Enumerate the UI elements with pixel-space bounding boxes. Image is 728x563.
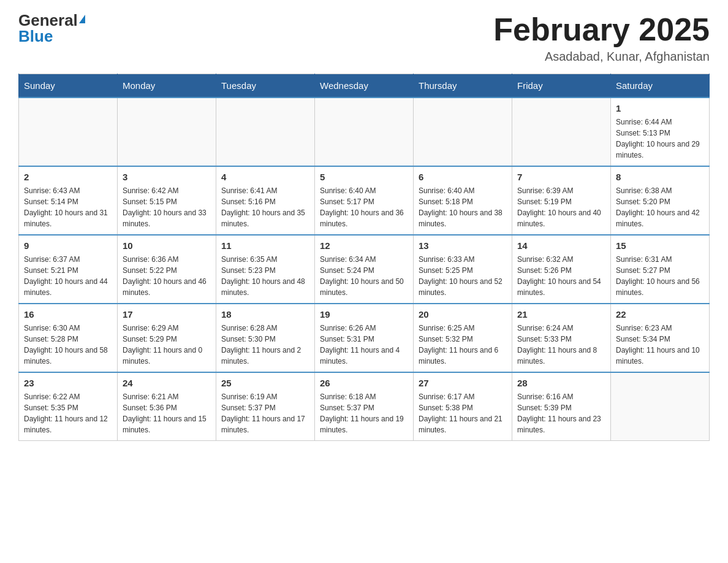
calendar-week-2: 2Sunrise: 6:43 AMSunset: 5:14 PMDaylight… <box>19 166 710 235</box>
calendar-week-4: 16Sunrise: 6:30 AMSunset: 5:28 PMDayligh… <box>19 304 710 372</box>
day-header-monday: Monday <box>118 74 216 98</box>
day-info: Sunrise: 6:16 AMSunset: 5:39 PMDaylight:… <box>517 391 605 435</box>
day-number: 9 <box>24 239 112 252</box>
logo-general-text: General <box>18 12 78 28</box>
day-number: 26 <box>320 377 408 389</box>
calendar-week-5: 23Sunrise: 6:22 AMSunset: 5:35 PMDayligh… <box>19 372 710 441</box>
calendar-cell <box>118 98 216 166</box>
day-number: 6 <box>419 170 507 183</box>
day-number: 4 <box>221 170 309 183</box>
day-number: 8 <box>616 170 704 183</box>
day-info: Sunrise: 6:29 AMSunset: 5:29 PMDaylight:… <box>123 323 211 367</box>
calendar-cell: 13Sunrise: 6:33 AMSunset: 5:25 PMDayligh… <box>414 235 512 304</box>
day-info: Sunrise: 6:41 AMSunset: 5:16 PMDaylight:… <box>221 185 309 229</box>
day-header-thursday: Thursday <box>414 74 512 98</box>
day-info: Sunrise: 6:21 AMSunset: 5:36 PMDaylight:… <box>123 391 211 435</box>
calendar-body: 1Sunrise: 6:44 AMSunset: 5:13 PMDaylight… <box>19 98 710 441</box>
calendar-cell: 7Sunrise: 6:39 AMSunset: 5:19 PMDaylight… <box>512 166 611 235</box>
page-header: General Blue February 2025 Asadabad, Kun… <box>18 12 710 64</box>
day-number: 10 <box>123 239 211 252</box>
day-info: Sunrise: 6:18 AMSunset: 5:37 PMDaylight:… <box>320 391 408 435</box>
month-title: February 2025 <box>493 12 710 47</box>
logo-triangle-icon <box>79 15 85 23</box>
calendar-cell: 14Sunrise: 6:32 AMSunset: 5:26 PMDayligh… <box>512 235 611 304</box>
day-info: Sunrise: 6:42 AMSunset: 5:15 PMDaylight:… <box>123 185 211 229</box>
day-info: Sunrise: 6:40 AMSunset: 5:17 PMDaylight:… <box>320 185 408 229</box>
calendar-cell: 5Sunrise: 6:40 AMSunset: 5:17 PMDaylight… <box>315 166 414 235</box>
day-number: 3 <box>123 170 211 183</box>
day-info: Sunrise: 6:24 AMSunset: 5:33 PMDaylight:… <box>517 323 605 367</box>
calendar-cell <box>414 98 512 166</box>
calendar-cell <box>315 98 414 166</box>
day-number: 23 <box>24 377 112 389</box>
day-number: 7 <box>517 170 605 183</box>
logo: General Blue <box>18 12 85 44</box>
day-info: Sunrise: 6:34 AMSunset: 5:24 PMDaylight:… <box>320 254 408 298</box>
day-info: Sunrise: 6:17 AMSunset: 5:38 PMDaylight:… <box>419 391 507 435</box>
calendar-cell: 22Sunrise: 6:23 AMSunset: 5:34 PMDayligh… <box>611 304 710 372</box>
calendar-cell <box>19 98 118 166</box>
calendar-cell: 28Sunrise: 6:16 AMSunset: 5:39 PMDayligh… <box>512 372 611 441</box>
location-text: Asadabad, Kunar, Afghanistan <box>493 50 710 64</box>
day-number: 20 <box>419 308 507 321</box>
calendar-cell: 1Sunrise: 6:44 AMSunset: 5:13 PMDaylight… <box>611 98 710 166</box>
calendar-cell: 10Sunrise: 6:36 AMSunset: 5:22 PMDayligh… <box>118 235 216 304</box>
calendar-cell <box>611 372 710 441</box>
calendar-cell: 27Sunrise: 6:17 AMSunset: 5:38 PMDayligh… <box>414 372 512 441</box>
day-info: Sunrise: 6:38 AMSunset: 5:20 PMDaylight:… <box>616 185 704 229</box>
calendar-cell: 17Sunrise: 6:29 AMSunset: 5:29 PMDayligh… <box>118 304 216 372</box>
day-header-friday: Friday <box>512 74 611 98</box>
day-number: 5 <box>320 170 408 183</box>
calendar-cell: 11Sunrise: 6:35 AMSunset: 5:23 PMDayligh… <box>216 235 315 304</box>
logo-blue-text: Blue <box>18 28 53 44</box>
day-header-sunday: Sunday <box>19 74 118 98</box>
calendar-cell: 15Sunrise: 6:31 AMSunset: 5:27 PMDayligh… <box>611 235 710 304</box>
day-number: 1 <box>616 102 704 115</box>
calendar-cell: 26Sunrise: 6:18 AMSunset: 5:37 PMDayligh… <box>315 372 414 441</box>
calendar-cell: 9Sunrise: 6:37 AMSunset: 5:21 PMDaylight… <box>19 235 118 304</box>
calendar-cell: 3Sunrise: 6:42 AMSunset: 5:15 PMDaylight… <box>118 166 216 235</box>
day-number: 13 <box>419 239 507 252</box>
calendar-cell: 6Sunrise: 6:40 AMSunset: 5:18 PMDaylight… <box>414 166 512 235</box>
calendar-cell: 23Sunrise: 6:22 AMSunset: 5:35 PMDayligh… <box>19 372 118 441</box>
day-number: 28 <box>517 377 605 389</box>
day-info: Sunrise: 6:26 AMSunset: 5:31 PMDaylight:… <box>320 323 408 367</box>
calendar-week-1: 1Sunrise: 6:44 AMSunset: 5:13 PMDaylight… <box>19 98 710 166</box>
calendar-table: SundayMondayTuesdayWednesdayThursdayFrid… <box>18 74 710 441</box>
calendar-cell: 19Sunrise: 6:26 AMSunset: 5:31 PMDayligh… <box>315 304 414 372</box>
day-info: Sunrise: 6:19 AMSunset: 5:37 PMDaylight:… <box>221 391 309 435</box>
day-info: Sunrise: 6:33 AMSunset: 5:25 PMDaylight:… <box>419 254 507 298</box>
calendar-cell: 16Sunrise: 6:30 AMSunset: 5:28 PMDayligh… <box>19 304 118 372</box>
day-number: 16 <box>24 308 112 321</box>
day-number: 12 <box>320 239 408 252</box>
day-info: Sunrise: 6:43 AMSunset: 5:14 PMDaylight:… <box>24 185 112 229</box>
calendar-cell: 18Sunrise: 6:28 AMSunset: 5:30 PMDayligh… <box>216 304 315 372</box>
day-info: Sunrise: 6:22 AMSunset: 5:35 PMDaylight:… <box>24 391 112 435</box>
day-number: 21 <box>517 308 605 321</box>
day-info: Sunrise: 6:32 AMSunset: 5:26 PMDaylight:… <box>517 254 605 298</box>
day-number: 27 <box>419 377 507 389</box>
day-header-tuesday: Tuesday <box>216 74 315 98</box>
calendar-cell: 21Sunrise: 6:24 AMSunset: 5:33 PMDayligh… <box>512 304 611 372</box>
day-number: 24 <box>123 377 211 389</box>
day-number: 18 <box>221 308 309 321</box>
day-header-wednesday: Wednesday <box>315 74 414 98</box>
day-info: Sunrise: 6:30 AMSunset: 5:28 PMDaylight:… <box>24 323 112 367</box>
day-info: Sunrise: 6:40 AMSunset: 5:18 PMDaylight:… <box>419 185 507 229</box>
calendar-cell: 2Sunrise: 6:43 AMSunset: 5:14 PMDaylight… <box>19 166 118 235</box>
calendar-cell: 4Sunrise: 6:41 AMSunset: 5:16 PMDaylight… <box>216 166 315 235</box>
calendar-cell <box>216 98 315 166</box>
day-info: Sunrise: 6:31 AMSunset: 5:27 PMDaylight:… <box>616 254 704 298</box>
day-info: Sunrise: 6:37 AMSunset: 5:21 PMDaylight:… <box>24 254 112 298</box>
day-number: 15 <box>616 239 704 252</box>
calendar-cell: 20Sunrise: 6:25 AMSunset: 5:32 PMDayligh… <box>414 304 512 372</box>
day-info: Sunrise: 6:35 AMSunset: 5:23 PMDaylight:… <box>221 254 309 298</box>
calendar-cell: 12Sunrise: 6:34 AMSunset: 5:24 PMDayligh… <box>315 235 414 304</box>
day-header-saturday: Saturday <box>611 74 710 98</box>
calendar-header: SundayMondayTuesdayWednesdayThursdayFrid… <box>19 74 710 98</box>
calendar-cell: 24Sunrise: 6:21 AMSunset: 5:36 PMDayligh… <box>118 372 216 441</box>
day-number: 19 <box>320 308 408 321</box>
day-number: 22 <box>616 308 704 321</box>
header-row: SundayMondayTuesdayWednesdayThursdayFrid… <box>19 74 710 98</box>
title-block: February 2025 Asadabad, Kunar, Afghanist… <box>493 12 710 64</box>
